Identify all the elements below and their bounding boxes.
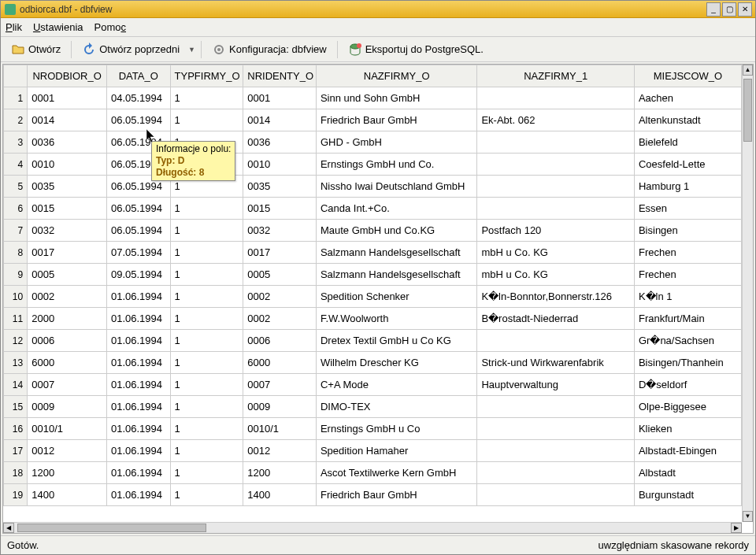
cell[interactable]: 1 <box>170 330 243 352</box>
cell[interactable] <box>477 87 634 109</box>
minimize-button[interactable]: _ <box>706 2 721 17</box>
cell[interactable]: B�rostadt-Niederrad <box>477 308 634 330</box>
cell[interactable]: 0001 <box>28 87 107 109</box>
cell[interactable]: Essen <box>634 198 741 220</box>
menu-ustawienia[interactable]: Ustawienia <box>33 21 83 33</box>
cell[interactable]: 0014 <box>28 109 107 131</box>
table-row[interactable]: 160010/101.06.199410010/1Ernstings GmbH … <box>4 418 742 440</box>
cell[interactable]: 1 <box>170 264 243 286</box>
cell[interactable] <box>477 418 634 440</box>
cell[interactable]: 0006 <box>28 330 107 352</box>
column-header-nazfirmy_1[interactable]: NAZFIRMY_1 <box>477 65 634 87</box>
cell[interactable]: 1400 <box>28 484 107 506</box>
cell[interactable]: Bisingen <box>634 220 741 242</box>
cell[interactable]: D�seldorf <box>634 374 741 396</box>
cell[interactable]: Wilhelm Drescher KG <box>316 352 477 374</box>
scroll-down-button[interactable]: ▼ <box>743 511 753 522</box>
cell[interactable]: Ernstings GmbH und Co. <box>316 154 477 176</box>
cell[interactable]: 01.06.1994 <box>106 308 170 330</box>
cell[interactable]: 01.06.1994 <box>106 352 170 374</box>
cell[interactable]: 0012 <box>28 440 107 462</box>
column-header-nrodbior_o[interactable]: NRODBIOR_O <box>28 65 107 87</box>
cell[interactable]: Sinn und Sohn GmbH <box>316 87 477 109</box>
cell[interactable]: 01.06.1994 <box>106 330 170 352</box>
vertical-scroll-thumb[interactable] <box>743 79 752 142</box>
table-row[interactable]: 2001406.05.199410014Friedrich Baur GmbHE… <box>4 109 742 131</box>
cell[interactable]: 06.05.1994 <box>106 198 170 220</box>
cell[interactable]: 01.06.1994 <box>106 484 170 506</box>
cell[interactable] <box>477 198 634 220</box>
menu-pomoc[interactable]: Pomoc <box>94 21 126 33</box>
open-button[interactable]: Otwórz <box>6 39 66 60</box>
cell[interactable]: Albstadt-Ebingen <box>634 440 741 462</box>
cell[interactable]: 0009 <box>28 396 107 418</box>
cell[interactable]: 6000 <box>243 352 317 374</box>
cell[interactable]: 0005 <box>28 264 107 286</box>
scroll-right-button[interactable]: ▶ <box>731 523 742 533</box>
column-header-nazfirmy_o[interactable]: NAZFIRMY_O <box>316 65 477 87</box>
cell[interactable]: 1 <box>170 374 243 396</box>
cell[interactable]: K�ln-Bonntor,Bonnerstr.126 <box>477 286 634 308</box>
close-button[interactable]: ✕ <box>738 2 752 17</box>
cell[interactable]: mbH u Co. KG <box>477 264 634 286</box>
table-row[interactable]: 10000201.06.199410002Spedition SchenkerK… <box>4 286 742 308</box>
cell[interactable]: Ernstings GmbH u Co <box>316 418 477 440</box>
cell[interactable]: Hauptverwaltung <box>477 374 634 396</box>
cell[interactable] <box>477 131 634 154</box>
cell[interactable]: 01.06.1994 <box>106 462 170 484</box>
data-grid[interactable]: NRODBIOR_ODATA_OTYPFIRMY_ONRIDENTY_ONAZF… <box>3 65 742 522</box>
table-row[interactable]: 8001707.05.199410017Salzmann Handelsgese… <box>4 242 742 264</box>
config-button[interactable]: Konfiguracja: dbfview <box>206 39 332 60</box>
cell[interactable]: 0002 <box>243 308 317 330</box>
column-header-miejscow_o[interactable]: MIEJSCOW_O <box>634 65 741 87</box>
cell[interactable]: 0002 <box>28 286 107 308</box>
cell[interactable]: Nissho Iwai Deutschland GmbH <box>316 176 477 198</box>
cell[interactable]: 01.06.1994 <box>106 286 170 308</box>
cell[interactable]: 1 <box>170 440 243 462</box>
cell[interactable]: 0002 <box>243 286 317 308</box>
cell[interactable]: 0014 <box>243 109 317 131</box>
cell[interactable]: Ek-Abt. 062 <box>477 109 634 131</box>
cell[interactable]: 01.06.1994 <box>106 418 170 440</box>
cell[interactable]: DIMO-TEX <box>316 396 477 418</box>
cell[interactable]: 0006 <box>243 330 317 352</box>
cell[interactable]: mbH u Co. KG <box>477 242 634 264</box>
cell[interactable]: 2000 <box>28 308 107 330</box>
cell[interactable]: 01.06.1994 <box>106 374 170 396</box>
menu-plik[interactable]: Plik <box>6 21 22 33</box>
cell[interactable]: 1 <box>170 87 243 109</box>
cell[interactable]: 0005 <box>243 264 317 286</box>
cell[interactable]: 1 <box>170 396 243 418</box>
table-row[interactable]: 11200001.06.199410002F.W.WoolworthB�rost… <box>4 308 742 330</box>
cell[interactable]: 1 <box>170 462 243 484</box>
cell[interactable]: 0010/1 <box>28 418 107 440</box>
table-row[interactable]: 3003606.05.199410036GHD - GmbHBielefeld <box>4 131 742 154</box>
cell[interactable]: 0017 <box>243 242 317 264</box>
cell[interactable]: 06.05.1994 <box>106 220 170 242</box>
cell[interactable]: 04.05.1994 <box>106 87 170 109</box>
horizontal-scrollbar[interactable]: ◀ ▶ <box>3 522 742 533</box>
table-row[interactable]: 13600001.06.199416000Wilhelm Drescher KG… <box>4 352 742 374</box>
cell[interactable]: Olpe-Biggesee <box>634 396 741 418</box>
cell[interactable]: 1 <box>170 418 243 440</box>
table-row[interactable]: 15000901.06.199410009DIMO-TEXOlpe-Bigges… <box>4 396 742 418</box>
cell[interactable]: 0007 <box>243 374 317 396</box>
cell[interactable]: 0010 <box>243 154 317 176</box>
table-row[interactable]: 18120001.06.199411200Ascot Textilwerke K… <box>4 462 742 484</box>
table-row[interactable]: 7003206.05.199410032Maute GmbH und Co.KG… <box>4 220 742 242</box>
cell[interactable]: C+A Mode <box>316 374 477 396</box>
cell[interactable]: Friedrich Baur GmbH <box>316 484 477 506</box>
cell[interactable]: 0009 <box>243 396 317 418</box>
cell[interactable]: Canda Int.+Co. <box>316 198 477 220</box>
cell[interactable]: Dretex Textil GmbH u Co KG <box>316 330 477 352</box>
table-row[interactable]: 12000601.06.199410006Dretex Textil GmbH … <box>4 330 742 352</box>
table-row[interactable]: 5003506.05.199410035Nissho Iwai Deutschl… <box>4 176 742 198</box>
column-header-typfirmy_o[interactable]: TYPFIRMY_O <box>170 65 243 87</box>
cell[interactable] <box>477 440 634 462</box>
cell[interactable]: 6000 <box>28 352 107 374</box>
cell[interactable]: 1200 <box>28 462 107 484</box>
export-button[interactable]: Eksportuj do PostgreSQL. <box>343 39 489 60</box>
cell[interactable]: 0035 <box>28 176 107 198</box>
cell[interactable] <box>477 176 634 198</box>
cell[interactable]: Burgunstadt <box>634 484 741 506</box>
